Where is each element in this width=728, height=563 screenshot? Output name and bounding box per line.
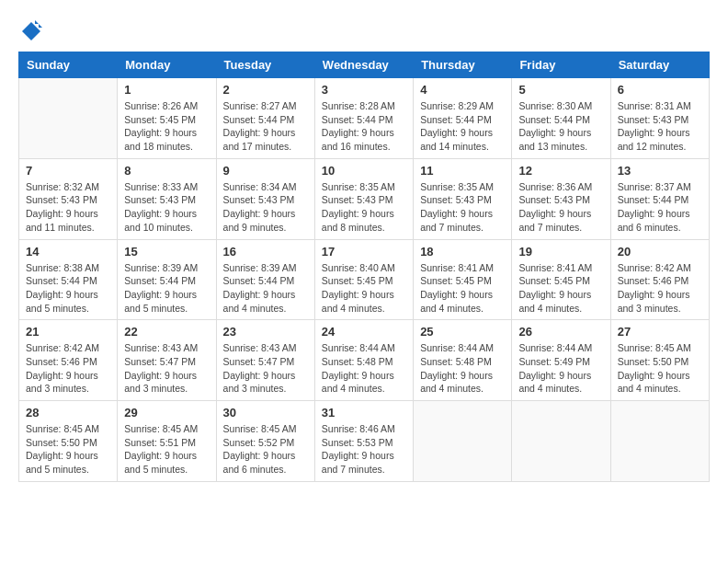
calendar-cell: 31Sunrise: 8:46 AMSunset: 5:53 PMDayligh… — [314, 401, 413, 482]
day-number: 20 — [618, 245, 702, 259]
calendar-week-row: 1Sunrise: 8:26 AMSunset: 5:45 PMDaylight… — [19, 78, 710, 159]
day-info: Sunrise: 8:41 AMSunset: 5:45 PMDaylight:… — [420, 261, 505, 316]
calendar-week-row: 7Sunrise: 8:32 AMSunset: 5:43 PMDaylight… — [19, 158, 710, 239]
day-number: 23 — [223, 325, 308, 339]
day-info: Sunrise: 8:46 AMSunset: 5:53 PMDaylight:… — [322, 422, 406, 477]
calendar-cell: 16Sunrise: 8:39 AMSunset: 5:44 PMDayligh… — [216, 239, 314, 320]
calendar-cell — [512, 401, 610, 482]
weekday-header-tuesday: Tuesday — [216, 52, 314, 78]
day-info: Sunrise: 8:34 AMSunset: 5:43 PMDaylight:… — [223, 180, 308, 235]
day-number: 11 — [420, 164, 505, 178]
calendar-cell: 27Sunrise: 8:45 AMSunset: 5:50 PMDayligh… — [610, 320, 709, 401]
svg-marker-0 — [22, 22, 40, 40]
day-number: 21 — [26, 325, 110, 339]
day-number: 22 — [124, 325, 209, 339]
calendar-cell: 26Sunrise: 8:44 AMSunset: 5:49 PMDayligh… — [512, 320, 610, 401]
calendar-cell: 8Sunrise: 8:33 AMSunset: 5:43 PMDaylight… — [118, 158, 216, 239]
calendar-cell: 13Sunrise: 8:37 AMSunset: 5:44 PMDayligh… — [610, 158, 709, 239]
day-info: Sunrise: 8:39 AMSunset: 5:44 PMDaylight:… — [223, 261, 308, 316]
day-number: 15 — [124, 245, 209, 259]
day-info: Sunrise: 8:35 AMSunset: 5:43 PMDaylight:… — [420, 180, 505, 235]
calendar-week-row: 14Sunrise: 8:38 AMSunset: 5:44 PMDayligh… — [19, 239, 710, 320]
page-header — [18, 18, 710, 44]
calendar-cell: 2Sunrise: 8:27 AMSunset: 5:44 PMDaylight… — [216, 78, 314, 159]
day-number: 14 — [26, 245, 110, 259]
day-info: Sunrise: 8:43 AMSunset: 5:47 PMDaylight:… — [124, 341, 209, 396]
day-info: Sunrise: 8:26 AMSunset: 5:45 PMDaylight:… — [124, 99, 209, 154]
day-info: Sunrise: 8:45 AMSunset: 5:52 PMDaylight:… — [223, 422, 308, 477]
day-number: 8 — [124, 164, 209, 178]
day-info: Sunrise: 8:42 AMSunset: 5:46 PMDaylight:… — [618, 261, 702, 316]
calendar-week-row: 28Sunrise: 8:45 AMSunset: 5:50 PMDayligh… — [19, 401, 710, 482]
calendar-cell: 5Sunrise: 8:30 AMSunset: 5:44 PMDaylight… — [512, 78, 610, 159]
weekday-header-saturday: Saturday — [610, 52, 709, 78]
day-info: Sunrise: 8:35 AMSunset: 5:43 PMDaylight:… — [322, 180, 406, 235]
day-number: 25 — [420, 325, 505, 339]
weekday-header-sunday: Sunday — [19, 52, 118, 78]
day-number: 27 — [618, 325, 702, 339]
weekday-header-row: SundayMondayTuesdayWednesdayThursdayFrid… — [19, 52, 710, 78]
day-info: Sunrise: 8:27 AMSunset: 5:44 PMDaylight:… — [223, 99, 308, 154]
day-number: 10 — [322, 164, 406, 178]
calendar-cell: 24Sunrise: 8:44 AMSunset: 5:48 PMDayligh… — [314, 320, 413, 401]
calendar-table: SundayMondayTuesdayWednesdayThursdayFrid… — [18, 52, 710, 482]
calendar-cell: 10Sunrise: 8:35 AMSunset: 5:43 PMDayligh… — [314, 158, 413, 239]
day-info: Sunrise: 8:37 AMSunset: 5:44 PMDaylight:… — [618, 180, 702, 235]
day-number: 5 — [518, 83, 603, 97]
day-info: Sunrise: 8:42 AMSunset: 5:46 PMDaylight:… — [26, 341, 110, 396]
calendar-cell: 12Sunrise: 8:36 AMSunset: 5:43 PMDayligh… — [512, 158, 610, 239]
weekday-header-monday: Monday — [118, 52, 216, 78]
day-number: 18 — [420, 245, 505, 259]
calendar-cell: 18Sunrise: 8:41 AMSunset: 5:45 PMDayligh… — [414, 239, 512, 320]
day-info: Sunrise: 8:33 AMSunset: 5:43 PMDaylight:… — [124, 180, 209, 235]
calendar-cell: 6Sunrise: 8:31 AMSunset: 5:43 PMDaylight… — [610, 78, 709, 159]
calendar-cell: 4Sunrise: 8:29 AMSunset: 5:44 PMDaylight… — [414, 78, 512, 159]
day-number: 12 — [518, 164, 603, 178]
weekday-header-wednesday: Wednesday — [314, 52, 413, 78]
logo-icon — [18, 18, 44, 44]
day-info: Sunrise: 8:39 AMSunset: 5:44 PMDaylight:… — [124, 261, 209, 316]
day-number: 2 — [223, 83, 308, 97]
calendar-cell — [414, 401, 512, 482]
day-number: 28 — [26, 406, 110, 419]
calendar-cell: 9Sunrise: 8:34 AMSunset: 5:43 PMDaylight… — [216, 158, 314, 239]
day-info: Sunrise: 8:45 AMSunset: 5:50 PMDaylight:… — [26, 422, 110, 477]
calendar-cell: 1Sunrise: 8:26 AMSunset: 5:45 PMDaylight… — [118, 78, 216, 159]
day-info: Sunrise: 8:30 AMSunset: 5:44 PMDaylight:… — [518, 99, 603, 154]
day-number: 26 — [518, 325, 603, 339]
weekday-header-friday: Friday — [512, 52, 610, 78]
calendar-cell: 23Sunrise: 8:43 AMSunset: 5:47 PMDayligh… — [216, 320, 314, 401]
day-number: 30 — [223, 406, 308, 419]
day-info: Sunrise: 8:43 AMSunset: 5:47 PMDaylight:… — [223, 341, 308, 396]
calendar-cell: 29Sunrise: 8:45 AMSunset: 5:51 PMDayligh… — [118, 401, 216, 482]
weekday-header-thursday: Thursday — [414, 52, 512, 78]
day-number: 9 — [223, 164, 308, 178]
day-info: Sunrise: 8:45 AMSunset: 5:50 PMDaylight:… — [618, 341, 702, 396]
day-number: 13 — [618, 164, 702, 178]
calendar-cell — [19, 78, 118, 159]
calendar-cell: 14Sunrise: 8:38 AMSunset: 5:44 PMDayligh… — [19, 239, 118, 320]
day-info: Sunrise: 8:44 AMSunset: 5:48 PMDaylight:… — [420, 341, 505, 396]
calendar-cell: 28Sunrise: 8:45 AMSunset: 5:50 PMDayligh… — [19, 401, 118, 482]
day-number: 24 — [322, 325, 406, 339]
day-info: Sunrise: 8:41 AMSunset: 5:45 PMDaylight:… — [518, 261, 603, 316]
calendar-cell — [610, 401, 709, 482]
day-number: 6 — [618, 83, 702, 97]
day-number: 31 — [322, 406, 406, 419]
day-number: 16 — [223, 245, 308, 259]
day-info: Sunrise: 8:36 AMSunset: 5:43 PMDaylight:… — [518, 180, 603, 235]
calendar-week-row: 21Sunrise: 8:42 AMSunset: 5:46 PMDayligh… — [19, 320, 710, 401]
day-number: 1 — [124, 83, 209, 97]
day-info: Sunrise: 8:40 AMSunset: 5:45 PMDaylight:… — [322, 261, 406, 316]
calendar-cell: 7Sunrise: 8:32 AMSunset: 5:43 PMDaylight… — [19, 158, 118, 239]
day-number: 19 — [518, 245, 603, 259]
day-info: Sunrise: 8:44 AMSunset: 5:49 PMDaylight:… — [518, 341, 603, 396]
day-info: Sunrise: 8:28 AMSunset: 5:44 PMDaylight:… — [322, 99, 406, 154]
day-info: Sunrise: 8:29 AMSunset: 5:44 PMDaylight:… — [420, 99, 505, 154]
logo — [18, 18, 48, 44]
day-number: 7 — [26, 164, 110, 178]
calendar-cell: 20Sunrise: 8:42 AMSunset: 5:46 PMDayligh… — [610, 239, 709, 320]
day-info: Sunrise: 8:32 AMSunset: 5:43 PMDaylight:… — [26, 180, 110, 235]
svg-marker-1 — [35, 20, 42, 28]
day-number: 29 — [124, 406, 209, 419]
